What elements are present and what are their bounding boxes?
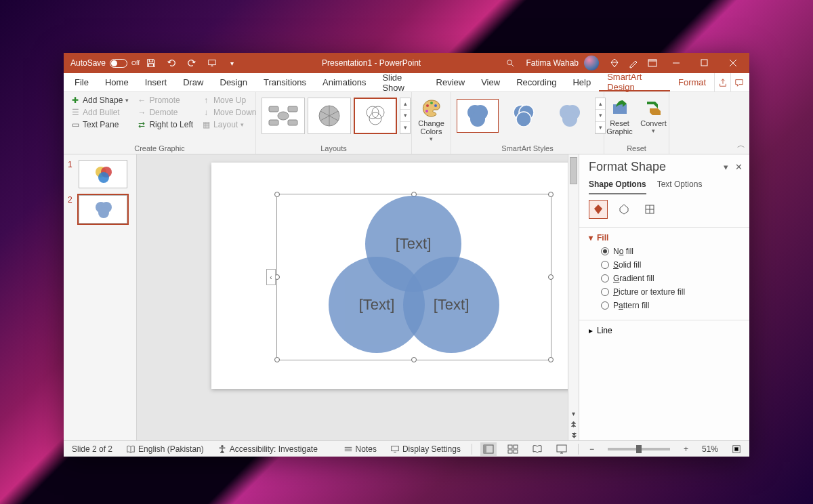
comments-icon[interactable]: [730, 73, 747, 91]
tab-recording[interactable]: Recording: [508, 73, 564, 91]
vertical-scrollbar[interactable]: ▴ ▾ ⯭ ⯯: [568, 154, 579, 440]
thumb-number: 2: [68, 195, 75, 224]
tab-smartart-design[interactable]: SmartArt Design: [599, 73, 670, 91]
task-pane-options-icon[interactable]: ▾: [724, 162, 728, 172]
tab-help[interactable]: Help: [564, 73, 599, 91]
effects-icon[interactable]: [614, 200, 633, 219]
tab-view[interactable]: View: [473, 73, 508, 91]
venn-diagram[interactable]: [Text] [Text] [Text]: [329, 196, 499, 356]
fit-to-window-icon[interactable]: [729, 444, 744, 454]
svg-point-17: [425, 110, 428, 112]
tab-animations[interactable]: Animations: [314, 73, 374, 91]
slide-thumbnails-panel[interactable]: 1 2: [64, 154, 137, 440]
layout-button: ▦Layout ▾: [199, 119, 259, 130]
style-item-2[interactable]: [503, 99, 545, 133]
solid-fill-radio[interactable]: Solid fill: [601, 260, 740, 270]
tab-review[interactable]: Review: [428, 73, 474, 91]
layout-item-2[interactable]: [308, 98, 351, 134]
slide-thumbnail-1[interactable]: [79, 160, 127, 188]
undo-icon[interactable]: [163, 54, 180, 72]
layout-item-3[interactable]: [354, 98, 397, 134]
close-button[interactable]: [720, 54, 747, 72]
ribbon-mode-icon[interactable]: [644, 54, 661, 72]
autosave-toggle[interactable]: AutoSave Off: [70, 58, 140, 68]
svg-rect-6: [269, 106, 278, 112]
normal-view-icon[interactable]: [480, 442, 497, 456]
style-item-1[interactable]: [457, 99, 499, 133]
fill-line-icon[interactable]: [589, 200, 608, 219]
close-pane-icon[interactable]: ✕: [735, 162, 743, 172]
convert-button[interactable]: Convert ▾: [638, 95, 669, 137]
gradient-fill-radio[interactable]: Gradient fill: [601, 274, 740, 283]
svg-rect-39: [508, 445, 512, 448]
accessibility-button[interactable]: Accessibility: Investigate: [215, 444, 320, 454]
expand-icon: ▸: [589, 326, 593, 335]
slide-canvas-area[interactable]: ‹ [Text] [Text] [Text] ▴ ▾ ⯭ ⯯: [137, 154, 579, 440]
plus-icon: ✚: [70, 96, 80, 105]
fill-section-header[interactable]: ▾Fill: [589, 233, 740, 243]
right-to-left-button[interactable]: ⇄Right to Left: [134, 119, 196, 130]
tab-file[interactable]: File: [66, 73, 97, 91]
add-shape-button[interactable]: ✚Add Shape ▾: [68, 95, 131, 106]
display-settings-button[interactable]: Display Settings: [388, 444, 463, 454]
text-pane-button[interactable]: ▭Text Pane: [68, 119, 131, 130]
shape-options-tab[interactable]: Shape Options: [589, 180, 646, 194]
redo-icon[interactable]: [183, 54, 201, 72]
promote-button: ←Promote: [134, 95, 196, 106]
sorter-view-icon[interactable]: [505, 442, 521, 456]
size-properties-icon[interactable]: [640, 200, 659, 219]
line-section-header[interactable]: ▸Line: [589, 326, 740, 335]
thumb-number: 1: [68, 160, 75, 188]
zoom-out-button[interactable]: −: [587, 444, 597, 454]
present-icon[interactable]: [203, 54, 221, 72]
slide-counter[interactable]: Slide 2 of 2: [69, 444, 115, 454]
minimize-button[interactable]: [663, 54, 690, 72]
tab-insert[interactable]: Insert: [137, 73, 175, 91]
move-down-button: ↓Move Down: [199, 107, 259, 118]
powerpoint-window: AutoSave Off ▾ Presentation1 - PowerPoin…: [64, 53, 749, 457]
pen-icon[interactable]: [625, 54, 642, 72]
tab-home[interactable]: Home: [97, 73, 137, 91]
search-icon[interactable]: [501, 54, 519, 72]
save-icon[interactable]: [142, 54, 160, 72]
no-fill-radio[interactable]: No fill: [601, 247, 740, 256]
format-pane-title: Format Shape: [589, 160, 666, 174]
slide-thumbnail-2[interactable]: [79, 195, 127, 224]
tab-transitions[interactable]: Transitions: [255, 73, 314, 91]
layouts-scroll[interactable]: ▴▾▾: [400, 98, 411, 134]
language-button[interactable]: English (Pakistan): [123, 444, 207, 454]
svg-point-1: [507, 60, 512, 65]
tab-draw[interactable]: Draw: [175, 73, 211, 91]
tab-design[interactable]: Design: [212, 73, 255, 91]
svg-rect-9: [288, 120, 297, 125]
venn-circle-right[interactable]: [Text]: [403, 257, 499, 353]
text-pane-icon: ▭: [70, 120, 80, 129]
share-icon[interactable]: [714, 73, 730, 91]
layout-item-1[interactable]: [262, 98, 305, 134]
change-colors-button[interactable]: Change Colors ▾: [416, 95, 447, 145]
svg-rect-43: [557, 445, 566, 452]
text-pane-toggle[interactable]: ‹: [266, 269, 276, 285]
slideshow-view-icon[interactable]: [554, 442, 570, 456]
zoom-in-button[interactable]: +: [681, 444, 691, 454]
zoom-slider[interactable]: [608, 448, 670, 450]
maximize-button[interactable]: [691, 54, 718, 72]
collapse-ribbon-icon[interactable]: ︿: [737, 140, 745, 151]
tab-format[interactable]: Format: [670, 73, 714, 91]
tab-slideshow[interactable]: Slide Show: [374, 73, 428, 91]
group-label-styles: SmartArt Styles: [455, 143, 600, 154]
style-item-3[interactable]: [549, 99, 591, 133]
notes-button[interactable]: Notes: [341, 444, 379, 454]
user-name: Fatima Wahab: [526, 58, 579, 68]
user-avatar[interactable]: [584, 56, 599, 70]
diamond-icon[interactable]: [606, 54, 623, 72]
reset-graphic-button[interactable]: Reset Graphic: [604, 95, 635, 138]
text-options-tab[interactable]: Text Options: [657, 180, 703, 194]
qat-more-icon[interactable]: ▾: [224, 54, 241, 72]
pattern-fill-radio[interactable]: Pattern fill: [601, 301, 740, 310]
slide[interactable]: ‹ [Text] [Text] [Text]: [211, 163, 579, 389]
picture-fill-radio[interactable]: Picture or texture fill: [601, 287, 740, 297]
zoom-level[interactable]: 51%: [699, 444, 721, 454]
smartart-selection-box[interactable]: ‹ [Text] [Text] [Text]: [276, 194, 551, 360]
reading-view-icon[interactable]: [529, 442, 545, 456]
